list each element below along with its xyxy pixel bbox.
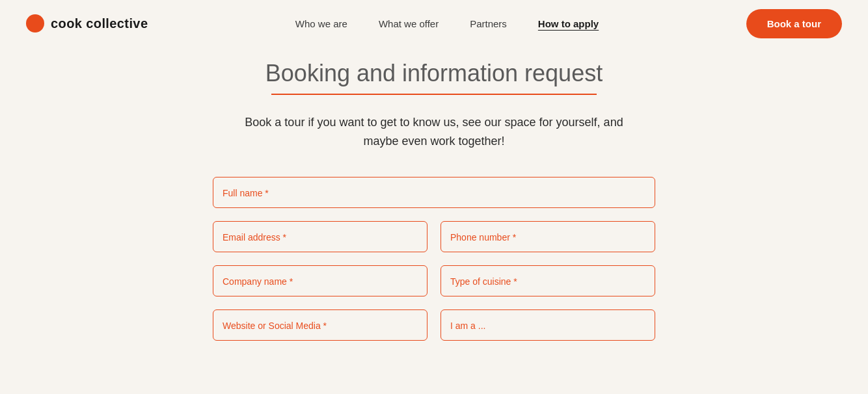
logo-icon (26, 14, 44, 33)
form-row-website-iam (213, 309, 655, 341)
full-name-input[interactable] (213, 177, 655, 208)
full-name-field (213, 177, 655, 208)
header: cook collective Who we are What we offer… (0, 0, 868, 47)
title-underline (271, 94, 597, 95)
nav-who-we-are[interactable]: Who we are (295, 18, 347, 29)
main-content: Booking and information request Book a t… (0, 47, 868, 367)
website-input[interactable] (213, 309, 427, 341)
nav-what-we-offer[interactable]: What we offer (379, 18, 439, 29)
email-field (213, 221, 427, 252)
iam-field (441, 309, 655, 341)
form-row-email-phone (213, 221, 655, 252)
company-field (213, 265, 427, 296)
nav-partners[interactable]: Partners (470, 18, 507, 29)
company-input[interactable] (213, 265, 427, 296)
email-input[interactable] (213, 221, 427, 252)
main-nav: Who we are What we offer Partners How to… (295, 18, 599, 29)
phone-field (441, 221, 655, 252)
website-field (213, 309, 427, 341)
form-row-fullname (213, 177, 655, 208)
logo[interactable]: cook collective (26, 14, 148, 33)
description-text: Book a tour if you want to get to know u… (239, 113, 629, 151)
cuisine-input[interactable] (441, 265, 655, 296)
phone-input[interactable] (441, 221, 655, 252)
book-tour-button[interactable]: Book a tour (746, 9, 842, 38)
nav-how-to-apply[interactable]: How to apply (538, 18, 599, 29)
booking-form (213, 177, 655, 341)
page-title: Booking and information request (265, 60, 603, 87)
logo-text: cook collective (51, 16, 148, 31)
cuisine-field (441, 265, 655, 296)
iam-input[interactable] (441, 309, 655, 341)
form-row-company-cuisine (213, 265, 655, 296)
